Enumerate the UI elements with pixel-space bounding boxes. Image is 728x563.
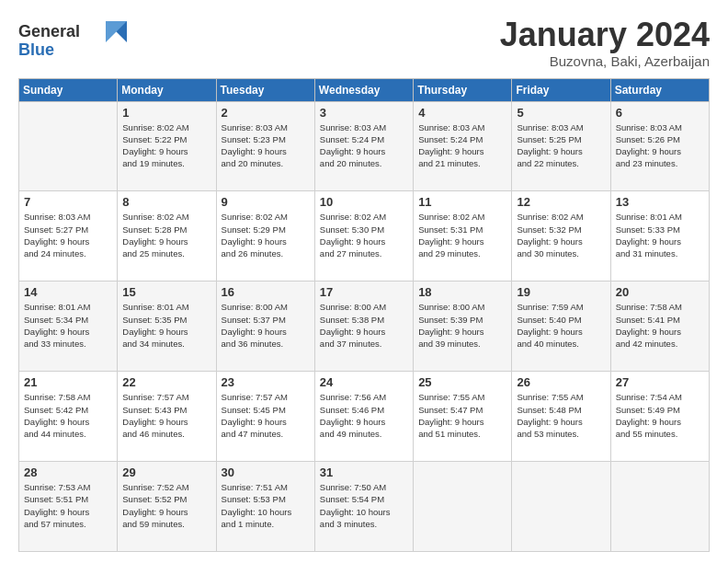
calendar-cell bbox=[19, 101, 118, 191]
calendar-cell: 7Sunrise: 8:03 AMSunset: 5:27 PMDaylight… bbox=[19, 191, 118, 282]
svg-text:Blue: Blue bbox=[18, 40, 54, 59]
day-number: 25 bbox=[418, 375, 506, 389]
calendar-cell: 14Sunrise: 8:01 AMSunset: 5:34 PMDayligh… bbox=[19, 282, 118, 372]
day-number: 18 bbox=[418, 285, 506, 299]
day-info: Sunrise: 7:58 AMSunset: 5:41 PMDaylight:… bbox=[616, 301, 704, 350]
calendar-cell: 22Sunrise: 7:57 AMSunset: 5:43 PMDayligh… bbox=[118, 372, 216, 462]
calendar-cell: 30Sunrise: 7:51 AMSunset: 5:53 PMDayligh… bbox=[216, 462, 314, 552]
calendar-cell: 10Sunrise: 8:02 AMSunset: 5:30 PMDayligh… bbox=[314, 191, 413, 282]
day-info: Sunrise: 7:50 AMSunset: 5:54 PMDaylight:… bbox=[320, 481, 408, 530]
day-number: 15 bbox=[122, 285, 210, 299]
calendar-cell: 28Sunrise: 7:53 AMSunset: 5:51 PMDayligh… bbox=[19, 462, 118, 552]
calendar-cell: 26Sunrise: 7:55 AMSunset: 5:48 PMDayligh… bbox=[512, 372, 610, 462]
logo-svg: General Blue bbox=[18, 17, 129, 63]
day-info: Sunrise: 8:03 AMSunset: 5:25 PMDaylight:… bbox=[517, 121, 605, 170]
calendar-cell: 4Sunrise: 8:03 AMSunset: 5:24 PMDaylight… bbox=[414, 101, 512, 191]
location-subtitle: Buzovna, Baki, Azerbaijan bbox=[500, 53, 710, 69]
day-number: 4 bbox=[418, 106, 506, 120]
day-number: 7 bbox=[24, 195, 112, 209]
logo-text-block: General Blue bbox=[18, 17, 129, 66]
calendar-week-5: 28Sunrise: 7:53 AMSunset: 5:51 PMDayligh… bbox=[19, 462, 710, 552]
calendar-cell: 18Sunrise: 8:00 AMSunset: 5:39 PMDayligh… bbox=[414, 282, 512, 372]
day-info: Sunrise: 8:01 AMSunset: 5:35 PMDaylight:… bbox=[122, 301, 210, 350]
weekday-header-monday: Monday bbox=[118, 78, 216, 101]
calendar-cell: 16Sunrise: 8:00 AMSunset: 5:37 PMDayligh… bbox=[216, 282, 314, 372]
day-number: 1 bbox=[122, 106, 210, 120]
day-number: 9 bbox=[222, 195, 310, 209]
calendar-cell: 19Sunrise: 7:59 AMSunset: 5:40 PMDayligh… bbox=[512, 282, 610, 372]
calendar-cell: 11Sunrise: 8:02 AMSunset: 5:31 PMDayligh… bbox=[414, 191, 512, 282]
calendar-week-2: 7Sunrise: 8:03 AMSunset: 5:27 PMDaylight… bbox=[19, 191, 710, 282]
day-number: 20 bbox=[616, 285, 704, 299]
day-info: Sunrise: 7:51 AMSunset: 5:53 PMDaylight:… bbox=[222, 481, 310, 530]
day-info: Sunrise: 8:00 AMSunset: 5:38 PMDaylight:… bbox=[320, 301, 408, 350]
day-info: Sunrise: 8:00 AMSunset: 5:37 PMDaylight:… bbox=[222, 301, 310, 350]
day-info: Sunrise: 7:52 AMSunset: 5:52 PMDaylight:… bbox=[122, 481, 210, 530]
day-info: Sunrise: 8:02 AMSunset: 5:30 PMDaylight:… bbox=[320, 211, 408, 259]
day-info: Sunrise: 7:55 AMSunset: 5:47 PMDaylight:… bbox=[418, 391, 506, 440]
weekday-header-thursday: Thursday bbox=[414, 78, 512, 101]
day-info: Sunrise: 8:01 AMSunset: 5:33 PMDaylight:… bbox=[616, 211, 704, 259]
day-number: 28 bbox=[24, 465, 112, 479]
weekday-header-sunday: Sunday bbox=[19, 78, 118, 101]
calendar-cell: 25Sunrise: 7:55 AMSunset: 5:47 PMDayligh… bbox=[414, 372, 512, 462]
weekday-header-saturday: Saturday bbox=[610, 78, 709, 101]
day-number: 21 bbox=[24, 375, 112, 389]
day-info: Sunrise: 7:59 AMSunset: 5:40 PMDaylight:… bbox=[517, 301, 605, 350]
day-number: 13 bbox=[616, 195, 704, 209]
day-number: 11 bbox=[418, 195, 506, 209]
calendar-week-4: 21Sunrise: 7:58 AMSunset: 5:42 PMDayligh… bbox=[19, 372, 710, 462]
calendar-cell: 5Sunrise: 8:03 AMSunset: 5:25 PMDaylight… bbox=[512, 101, 610, 191]
day-number: 5 bbox=[517, 106, 605, 120]
header-row: SundayMondayTuesdayWednesdayThursdayFrid… bbox=[19, 78, 710, 101]
calendar-cell: 3Sunrise: 8:03 AMSunset: 5:24 PMDaylight… bbox=[314, 101, 413, 191]
calendar-cell: 1Sunrise: 8:02 AMSunset: 5:22 PMDaylight… bbox=[118, 101, 216, 191]
day-info: Sunrise: 8:02 AMSunset: 5:28 PMDaylight:… bbox=[122, 211, 210, 259]
day-info: Sunrise: 7:57 AMSunset: 5:45 PMDaylight:… bbox=[222, 391, 310, 440]
calendar-cell: 23Sunrise: 7:57 AMSunset: 5:45 PMDayligh… bbox=[216, 372, 314, 462]
day-info: Sunrise: 7:54 AMSunset: 5:49 PMDaylight:… bbox=[616, 391, 704, 440]
day-info: Sunrise: 7:53 AMSunset: 5:51 PMDaylight:… bbox=[24, 481, 112, 530]
day-info: Sunrise: 7:56 AMSunset: 5:46 PMDaylight:… bbox=[320, 391, 408, 440]
day-number: 22 bbox=[122, 375, 210, 389]
day-info: Sunrise: 8:03 AMSunset: 5:24 PMDaylight:… bbox=[320, 121, 408, 170]
calendar-table: SundayMondayTuesdayWednesdayThursdayFrid… bbox=[18, 78, 710, 552]
calendar-week-3: 14Sunrise: 8:01 AMSunset: 5:34 PMDayligh… bbox=[19, 282, 710, 372]
weekday-header-tuesday: Tuesday bbox=[216, 78, 314, 101]
calendar-cell: 2Sunrise: 8:03 AMSunset: 5:23 PMDaylight… bbox=[216, 101, 314, 191]
day-info: Sunrise: 8:00 AMSunset: 5:39 PMDaylight:… bbox=[418, 301, 506, 350]
weekday-header-wednesday: Wednesday bbox=[314, 78, 413, 101]
day-number: 30 bbox=[222, 465, 310, 479]
day-info: Sunrise: 7:58 AMSunset: 5:42 PMDaylight:… bbox=[24, 391, 112, 440]
day-info: Sunrise: 8:02 AMSunset: 5:29 PMDaylight:… bbox=[222, 211, 310, 259]
calendar-cell: 31Sunrise: 7:50 AMSunset: 5:54 PMDayligh… bbox=[314, 462, 413, 552]
day-number: 2 bbox=[222, 106, 310, 120]
calendar-week-1: 1Sunrise: 8:02 AMSunset: 5:22 PMDaylight… bbox=[19, 101, 710, 191]
day-number: 6 bbox=[616, 106, 704, 120]
logo: General Blue bbox=[18, 17, 129, 66]
title-block: January 2024 Buzovna, Baki, Azerbaijan bbox=[500, 17, 710, 69]
calendar-cell: 21Sunrise: 7:58 AMSunset: 5:42 PMDayligh… bbox=[19, 372, 118, 462]
calendar-cell: 29Sunrise: 7:52 AMSunset: 5:52 PMDayligh… bbox=[118, 462, 216, 552]
day-number: 14 bbox=[24, 285, 112, 299]
day-number: 29 bbox=[122, 465, 210, 479]
day-info: Sunrise: 8:03 AMSunset: 5:24 PMDaylight:… bbox=[418, 121, 506, 170]
calendar-cell bbox=[512, 462, 610, 552]
day-info: Sunrise: 8:02 AMSunset: 5:22 PMDaylight:… bbox=[122, 121, 210, 170]
day-info: Sunrise: 8:03 AMSunset: 5:26 PMDaylight:… bbox=[616, 121, 704, 170]
page: General Blue January 2024 Buzovna, Baki,… bbox=[0, 0, 728, 563]
calendar-cell bbox=[414, 462, 512, 552]
calendar-cell: 13Sunrise: 8:01 AMSunset: 5:33 PMDayligh… bbox=[610, 191, 709, 282]
day-number: 10 bbox=[320, 195, 408, 209]
day-number: 27 bbox=[616, 375, 704, 389]
day-number: 12 bbox=[517, 195, 605, 209]
day-info: Sunrise: 8:02 AMSunset: 5:32 PMDaylight:… bbox=[517, 211, 605, 259]
calendar-cell: 24Sunrise: 7:56 AMSunset: 5:46 PMDayligh… bbox=[314, 372, 413, 462]
day-info: Sunrise: 7:55 AMSunset: 5:48 PMDaylight:… bbox=[517, 391, 605, 440]
day-number: 3 bbox=[320, 106, 408, 120]
day-number: 26 bbox=[517, 375, 605, 389]
calendar-cell: 20Sunrise: 7:58 AMSunset: 5:41 PMDayligh… bbox=[610, 282, 709, 372]
calendar-cell: 12Sunrise: 8:02 AMSunset: 5:32 PMDayligh… bbox=[512, 191, 610, 282]
calendar-cell: 17Sunrise: 8:00 AMSunset: 5:38 PMDayligh… bbox=[314, 282, 413, 372]
day-number: 19 bbox=[517, 285, 605, 299]
